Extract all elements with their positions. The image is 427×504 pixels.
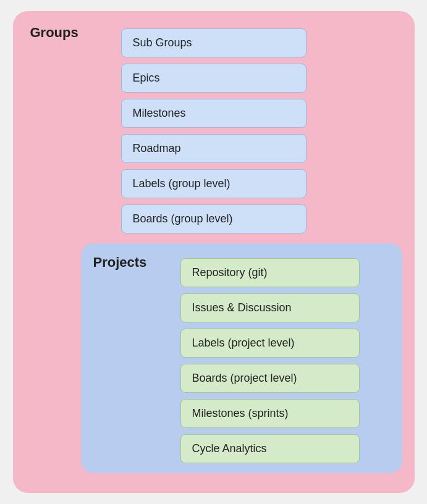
groups-label: Groups [30, 25, 78, 41]
project-item-milestones-sprints: Milestones (sprints) [180, 399, 360, 428]
group-item-milestones: Milestones [121, 99, 307, 128]
group-item-sub-groups: Sub Groups [121, 28, 307, 57]
group-item-labels-group: Labels (group level) [121, 169, 307, 198]
project-item-boards-project: Boards (project level) [180, 364, 360, 393]
groups-container: Groups Sub GroupsEpicsMilestonesRoadmapL… [13, 11, 415, 493]
project-item-cycle-analytics: Cycle Analytics [180, 434, 360, 463]
project-item-issues: Issues & Discussion [180, 293, 360, 322]
projects-container: Projects Repository (git)Issues & Discus… [81, 243, 402, 473]
group-item-boards-group: Boards (group level) [121, 204, 307, 233]
group-item-roadmap: Roadmap [121, 134, 307, 163]
group-item-epics: Epics [121, 64, 307, 93]
projects-items-list: Repository (git)Issues & DiscussionLabel… [180, 258, 392, 463]
projects-label: Projects [93, 254, 147, 271]
project-item-labels-project: Labels (project level) [180, 329, 360, 358]
groups-items-list: Sub GroupsEpicsMilestonesRoadmapLabels (… [121, 28, 402, 233]
project-item-repository: Repository (git) [180, 258, 360, 287]
